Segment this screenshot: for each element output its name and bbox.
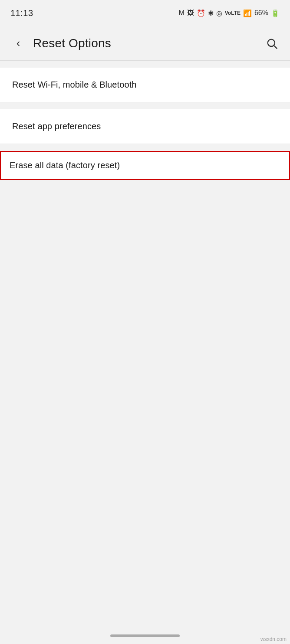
home-indicator: [110, 634, 180, 637]
gap-2: [0, 144, 290, 151]
svg-line-1: [274, 46, 277, 48]
top-gap: [0, 61, 290, 68]
battery-icon: 🔋: [271, 9, 280, 17]
status-time: 11:13: [10, 8, 33, 18]
signal-icon: 📶: [243, 9, 252, 17]
menu-content: Reset Wi-Fi, mobile & Bluetooth Reset ap…: [0, 68, 290, 180]
page-title: Reset Options: [33, 36, 262, 50]
app-bar: ‹ Reset Options: [0, 26, 290, 61]
reset-wifi-label: Reset Wi-Fi, mobile & Bluetooth: [12, 80, 137, 89]
volte-icon: VoLTE: [225, 10, 241, 16]
search-icon: [266, 37, 278, 49]
search-button[interactable]: [262, 34, 281, 53]
status-icons: M 🖼 ⏰ ✱ ◎ VoLTE 📶 66% 🔋: [178, 9, 280, 17]
reset-wifi-item[interactable]: Reset Wi-Fi, mobile & Bluetooth: [0, 68, 290, 102]
factory-reset-label: Erase all data (factory reset): [10, 160, 120, 170]
watermark: wsxdn.com: [260, 636, 287, 642]
gallery-icon: 🖼: [187, 9, 194, 17]
back-icon: ‹: [16, 36, 20, 50]
gap-1: [0, 102, 290, 109]
bluetooth-icon: ✱: [208, 9, 214, 17]
gmail-icon: M: [178, 9, 184, 17]
status-bar: 11:13 M 🖼 ⏰ ✱ ◎ VoLTE 📶 66% 🔋: [0, 0, 290, 26]
location-icon: ◎: [216, 9, 222, 17]
back-button[interactable]: ‹: [9, 34, 28, 53]
battery-percent: 66%: [254, 9, 268, 17]
reset-app-prefs-item[interactable]: Reset app preferences: [0, 109, 290, 144]
factory-reset-item[interactable]: Erase all data (factory reset): [0, 151, 290, 180]
reset-app-prefs-label: Reset app preferences: [12, 121, 101, 131]
alarm-icon: ⏰: [197, 9, 205, 17]
